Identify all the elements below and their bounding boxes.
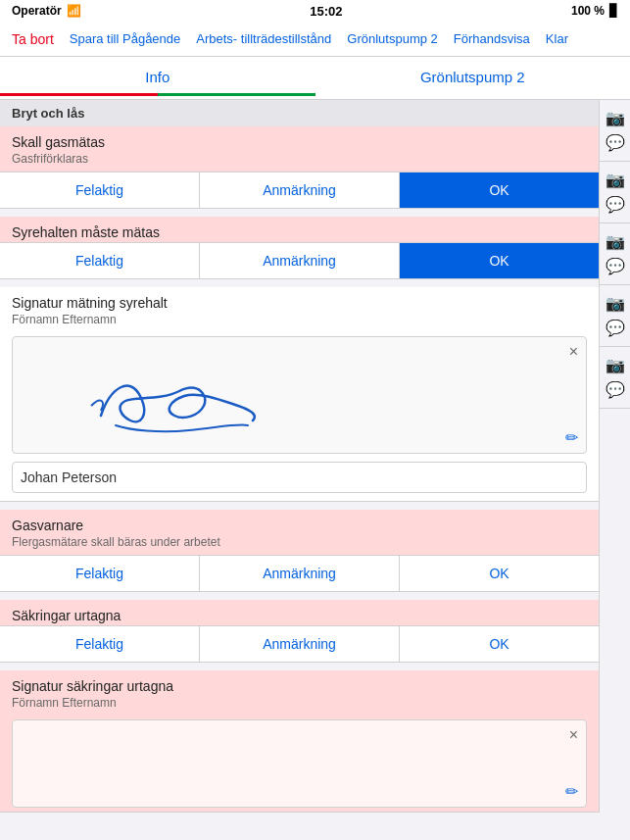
field-syrehalt-buttons: Felaktig Anmärkning OK xyxy=(0,242,599,278)
content-area: Bryt och lås Skall gasmätas Gasfriförkla… xyxy=(0,100,599,813)
field-gasvarnare: Gasvarnare Flergasmätare skall bäras und… xyxy=(0,510,599,592)
sig-sakringar-box[interactable]: × ✏ xyxy=(12,719,587,808)
syrehalt-ok-btn[interactable]: OK xyxy=(400,243,599,278)
sidebar-icon-pair-2: 📷 💬 xyxy=(600,162,630,223)
wifi-icon: 📶 xyxy=(67,4,81,18)
tabs-container: Info Grönlutspump 2 xyxy=(0,57,630,100)
field-gasvarnare-subtitle: Flergasmätare skall bäras under arbetet xyxy=(0,535,599,555)
tab-info-label: Info xyxy=(145,69,170,85)
status-bar-time: 15:02 xyxy=(310,4,342,19)
comment-icon-5[interactable]: 💬 xyxy=(606,377,625,402)
tab-info[interactable]: Info xyxy=(0,57,315,99)
sig-measurement-edit-btn[interactable]: ✏ xyxy=(565,428,578,447)
field-gasvarnare-title: Gasvarnare xyxy=(0,510,599,535)
gasvarnare-ok-btn[interactable]: OK xyxy=(400,556,599,591)
done-button[interactable]: Klar xyxy=(542,31,572,46)
sig-measurement-subtitle: Förnamn Efternamn xyxy=(0,313,599,332)
delete-button[interactable]: Ta bort xyxy=(8,31,58,47)
field-gasmatas-title: Skall gasmätas xyxy=(0,126,599,152)
sakringar-anmarkning-btn[interactable]: Anmärkning xyxy=(200,626,400,662)
signature-measurement-section: Signatur mätning syrehalt Förnamn Eftern… xyxy=(0,287,599,502)
sidebar-icon-pair-5: 📷 💬 xyxy=(600,347,630,409)
status-bar: Operatör 📶 15:02 100 % ▊ xyxy=(0,0,630,22)
camera-icon-2[interactable]: 📷 xyxy=(606,168,625,192)
comment-icon-4[interactable]: 💬 xyxy=(606,316,625,340)
camera-icon-3[interactable]: 📷 xyxy=(606,229,625,254)
field-gasmatas-buttons: Felaktig Anmärkning OK xyxy=(0,172,599,208)
tab-gronlutspump-label: Grönlutspump 2 xyxy=(420,69,525,85)
sig-sakringar-section: Signatur säkringar urtagna Förnamn Efter… xyxy=(0,670,599,813)
sidebar-icon-pair-3: 📷 💬 xyxy=(600,223,630,285)
field-sakringar: Säkringar urtagna Felaktig Anmärkning OK xyxy=(0,600,599,663)
sig-sakringar-subtitle: Förnamn Efternamn xyxy=(0,696,599,716)
location-button[interactable]: Grönlutspump 2 xyxy=(343,31,442,46)
battery-icon: ▊ xyxy=(609,4,618,18)
gasvarnare-felaktig-btn[interactable]: Felaktig xyxy=(0,556,200,591)
tab-gronlutspump[interactable]: Grönlutspump 2 xyxy=(315,57,631,99)
status-bar-left: Operatör 📶 xyxy=(12,4,81,18)
sig-measurement-drawing xyxy=(42,347,336,445)
field-gasmatas-subtitle: Gasfriförklaras xyxy=(0,152,599,172)
battery-percent: 100 % xyxy=(571,4,605,18)
work-permit-button[interactable]: Arbets- tillträdestillstånd xyxy=(192,31,335,46)
toolbar: Ta bort Spara till Pågående Arbets- till… xyxy=(0,22,630,57)
sakringar-ok-btn[interactable]: OK xyxy=(400,626,599,662)
gasmatas-felaktig-btn[interactable]: Felaktig xyxy=(0,173,200,208)
main-content: Bryt och lås Skall gasmätas Gasfriförkla… xyxy=(0,100,630,813)
sidebar-icons: 📷 💬 📷 💬 📷 💬 📷 💬 📷 💬 xyxy=(599,100,630,813)
camera-icon-4[interactable]: 📷 xyxy=(606,291,625,316)
syrehalt-anmarkning-btn[interactable]: Anmärkning xyxy=(200,243,400,278)
comment-icon-1[interactable]: 💬 xyxy=(606,130,625,155)
section-header-bryt: Bryt och lås xyxy=(0,100,599,126)
comment-icon-2[interactable]: 💬 xyxy=(606,192,625,217)
sig-sakringar-clear-btn[interactable]: × xyxy=(569,726,578,744)
field-syrehalt: Syrehalten måste mätas Felaktig Anmärkni… xyxy=(0,217,599,279)
sig-measurement-clear-btn[interactable]: × xyxy=(569,343,578,361)
field-gasmatas: Skall gasmätas Gasfriförklaras Felaktig … xyxy=(0,126,599,209)
save-button[interactable]: Spara till Pågående xyxy=(66,31,184,46)
preview-button[interactable]: Förhandsvisa xyxy=(450,31,534,46)
field-sakringar-buttons: Felaktig Anmärkning OK xyxy=(0,625,599,662)
field-syrehalt-title: Syrehalten måste mätas xyxy=(0,217,599,242)
status-bar-right: 100 % ▊ xyxy=(571,4,618,18)
gasmatas-ok-btn[interactable]: OK xyxy=(400,173,599,208)
gasvarnare-anmarkning-btn[interactable]: Anmärkning xyxy=(200,556,400,591)
gasmatas-anmarkning-btn[interactable]: Anmärkning xyxy=(200,173,400,208)
camera-icon-5[interactable]: 📷 xyxy=(606,353,625,377)
sig-measurement-box[interactable]: × ✏ xyxy=(12,336,587,454)
field-gasvarnare-buttons: Felaktig Anmärkning OK xyxy=(0,555,599,591)
sig-measurement-title: Signatur mätning syrehalt xyxy=(0,287,599,313)
sidebar-icon-pair-1: 📷 💬 xyxy=(600,100,630,162)
syrehalt-felaktig-btn[interactable]: Felaktig xyxy=(0,243,200,278)
sig-measurement-name-input[interactable] xyxy=(12,462,587,493)
sig-sakringar-title: Signatur säkringar urtagna xyxy=(0,670,599,696)
sidebar-icon-pair-4: 📷 💬 xyxy=(600,285,630,347)
sakringar-felaktig-btn[interactable]: Felaktig xyxy=(0,626,200,662)
sig-sakringar-edit-btn[interactable]: ✏ xyxy=(565,782,578,801)
comment-icon-3[interactable]: 💬 xyxy=(606,254,625,278)
field-sakringar-title: Säkringar urtagna xyxy=(0,600,599,625)
camera-icon-1[interactable]: 📷 xyxy=(606,106,625,130)
carrier-label: Operatör xyxy=(12,4,62,18)
